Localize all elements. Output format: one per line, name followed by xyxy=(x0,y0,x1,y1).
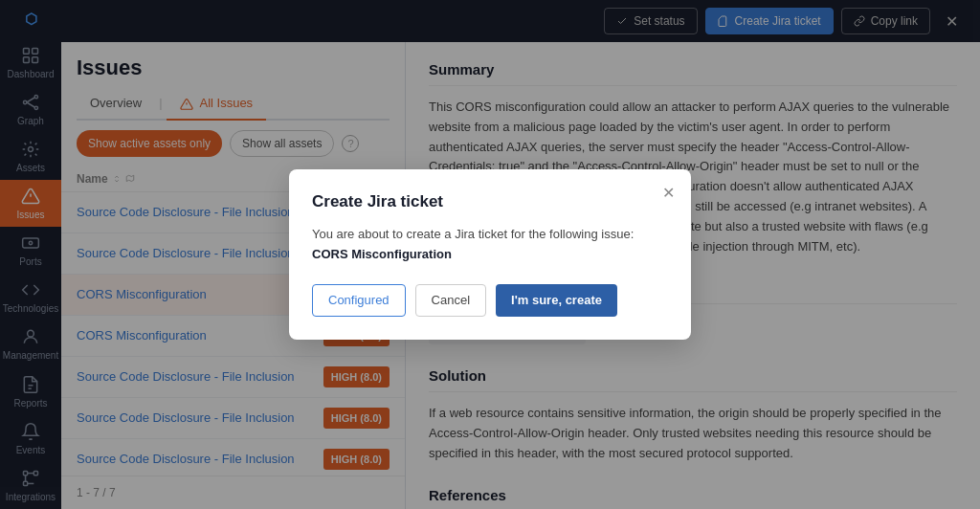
modal-actions: Configured Cancel I'm sure, create xyxy=(312,284,668,317)
modal-close-button[interactable]: ✕ xyxy=(657,181,679,204)
modal-title: Create Jira ticket xyxy=(312,192,668,211)
create-jira-modal: Create Jira ticket ✕ You are about to cr… xyxy=(289,169,691,340)
configured-button[interactable]: Configured xyxy=(312,284,406,317)
confirm-create-button[interactable]: I'm sure, create xyxy=(496,284,617,317)
cancel-button[interactable]: Cancel xyxy=(415,284,486,317)
modal-body: You are about to create a Jira ticket fo… xyxy=(312,225,668,265)
modal-overlay: Create Jira ticket ✕ You are about to cr… xyxy=(0,0,980,509)
